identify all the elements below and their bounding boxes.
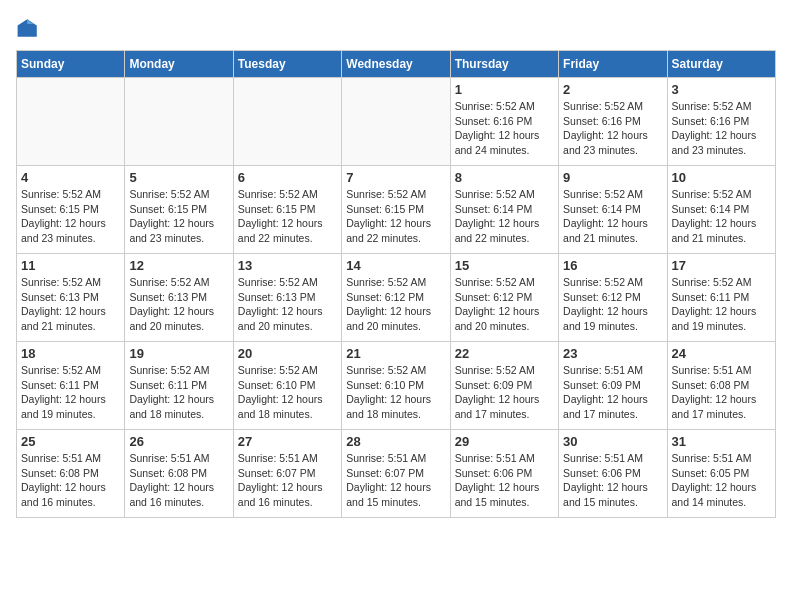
calendar-cell: 6Sunrise: 5:52 AM Sunset: 6:15 PM Daylig… (233, 166, 341, 254)
week-row: 25Sunrise: 5:51 AM Sunset: 6:08 PM Dayli… (17, 430, 776, 518)
calendar-cell: 27Sunrise: 5:51 AM Sunset: 6:07 PM Dayli… (233, 430, 341, 518)
calendar-cell: 19Sunrise: 5:52 AM Sunset: 6:11 PM Dayli… (125, 342, 233, 430)
calendar-cell (233, 78, 341, 166)
day-info: Sunrise: 5:51 AM Sunset: 6:07 PM Dayligh… (238, 451, 337, 510)
day-number: 19 (129, 346, 228, 361)
weekday-header: Monday (125, 51, 233, 78)
day-info: Sunrise: 5:52 AM Sunset: 6:11 PM Dayligh… (21, 363, 120, 422)
day-number: 1 (455, 82, 554, 97)
day-info: Sunrise: 5:52 AM Sunset: 6:11 PM Dayligh… (129, 363, 228, 422)
day-info: Sunrise: 5:52 AM Sunset: 6:13 PM Dayligh… (21, 275, 120, 334)
calendar-cell: 8Sunrise: 5:52 AM Sunset: 6:14 PM Daylig… (450, 166, 558, 254)
logo (16, 16, 44, 40)
calendar-table: SundayMondayTuesdayWednesdayThursdayFrid… (16, 50, 776, 518)
weekday-header: Tuesday (233, 51, 341, 78)
day-info: Sunrise: 5:52 AM Sunset: 6:12 PM Dayligh… (563, 275, 662, 334)
weekday-header: Sunday (17, 51, 125, 78)
day-info: Sunrise: 5:51 AM Sunset: 6:08 PM Dayligh… (21, 451, 120, 510)
calendar-cell (342, 78, 450, 166)
day-number: 23 (563, 346, 662, 361)
day-number: 31 (672, 434, 771, 449)
weekday-header: Friday (559, 51, 667, 78)
day-info: Sunrise: 5:52 AM Sunset: 6:15 PM Dayligh… (129, 187, 228, 246)
calendar-cell: 14Sunrise: 5:52 AM Sunset: 6:12 PM Dayli… (342, 254, 450, 342)
day-number: 17 (672, 258, 771, 273)
calendar-cell: 17Sunrise: 5:52 AM Sunset: 6:11 PM Dayli… (667, 254, 775, 342)
calendar-cell: 10Sunrise: 5:52 AM Sunset: 6:14 PM Dayli… (667, 166, 775, 254)
calendar-cell: 12Sunrise: 5:52 AM Sunset: 6:13 PM Dayli… (125, 254, 233, 342)
day-number: 8 (455, 170, 554, 185)
day-number: 4 (21, 170, 120, 185)
calendar-cell: 22Sunrise: 5:52 AM Sunset: 6:09 PM Dayli… (450, 342, 558, 430)
calendar-cell: 4Sunrise: 5:52 AM Sunset: 6:15 PM Daylig… (17, 166, 125, 254)
calendar-cell: 1Sunrise: 5:52 AM Sunset: 6:16 PM Daylig… (450, 78, 558, 166)
day-info: Sunrise: 5:51 AM Sunset: 6:06 PM Dayligh… (563, 451, 662, 510)
week-row: 1Sunrise: 5:52 AM Sunset: 6:16 PM Daylig… (17, 78, 776, 166)
calendar-cell: 7Sunrise: 5:52 AM Sunset: 6:15 PM Daylig… (342, 166, 450, 254)
day-info: Sunrise: 5:52 AM Sunset: 6:12 PM Dayligh… (346, 275, 445, 334)
calendar-cell: 16Sunrise: 5:52 AM Sunset: 6:12 PM Dayli… (559, 254, 667, 342)
calendar-cell: 18Sunrise: 5:52 AM Sunset: 6:11 PM Dayli… (17, 342, 125, 430)
calendar-cell: 5Sunrise: 5:52 AM Sunset: 6:15 PM Daylig… (125, 166, 233, 254)
day-info: Sunrise: 5:52 AM Sunset: 6:13 PM Dayligh… (238, 275, 337, 334)
week-row: 4Sunrise: 5:52 AM Sunset: 6:15 PM Daylig… (17, 166, 776, 254)
calendar-cell: 20Sunrise: 5:52 AM Sunset: 6:10 PM Dayli… (233, 342, 341, 430)
calendar-cell: 2Sunrise: 5:52 AM Sunset: 6:16 PM Daylig… (559, 78, 667, 166)
day-info: Sunrise: 5:51 AM Sunset: 6:09 PM Dayligh… (563, 363, 662, 422)
calendar-cell: 29Sunrise: 5:51 AM Sunset: 6:06 PM Dayli… (450, 430, 558, 518)
svg-marker-1 (27, 19, 33, 24)
weekday-header: Wednesday (342, 51, 450, 78)
day-number: 16 (563, 258, 662, 273)
day-info: Sunrise: 5:52 AM Sunset: 6:11 PM Dayligh… (672, 275, 771, 334)
day-number: 13 (238, 258, 337, 273)
calendar-cell: 28Sunrise: 5:51 AM Sunset: 6:07 PM Dayli… (342, 430, 450, 518)
week-row: 11Sunrise: 5:52 AM Sunset: 6:13 PM Dayli… (17, 254, 776, 342)
day-number: 28 (346, 434, 445, 449)
day-number: 24 (672, 346, 771, 361)
day-info: Sunrise: 5:52 AM Sunset: 6:15 PM Dayligh… (238, 187, 337, 246)
day-number: 10 (672, 170, 771, 185)
calendar-cell (17, 78, 125, 166)
day-number: 21 (346, 346, 445, 361)
page-header (16, 16, 776, 40)
day-info: Sunrise: 5:52 AM Sunset: 6:12 PM Dayligh… (455, 275, 554, 334)
day-info: Sunrise: 5:52 AM Sunset: 6:16 PM Dayligh… (563, 99, 662, 158)
calendar-cell: 30Sunrise: 5:51 AM Sunset: 6:06 PM Dayli… (559, 430, 667, 518)
day-info: Sunrise: 5:51 AM Sunset: 6:08 PM Dayligh… (129, 451, 228, 510)
day-number: 27 (238, 434, 337, 449)
logo-icon (16, 16, 40, 40)
day-number: 14 (346, 258, 445, 273)
day-info: Sunrise: 5:52 AM Sunset: 6:14 PM Dayligh… (563, 187, 662, 246)
day-info: Sunrise: 5:52 AM Sunset: 6:10 PM Dayligh… (346, 363, 445, 422)
day-number: 2 (563, 82, 662, 97)
day-info: Sunrise: 5:51 AM Sunset: 6:05 PM Dayligh… (672, 451, 771, 510)
day-number: 25 (21, 434, 120, 449)
day-info: Sunrise: 5:52 AM Sunset: 6:14 PM Dayligh… (672, 187, 771, 246)
day-number: 9 (563, 170, 662, 185)
calendar-cell: 31Sunrise: 5:51 AM Sunset: 6:05 PM Dayli… (667, 430, 775, 518)
weekday-header: Thursday (450, 51, 558, 78)
day-number: 20 (238, 346, 337, 361)
day-info: Sunrise: 5:52 AM Sunset: 6:15 PM Dayligh… (346, 187, 445, 246)
day-info: Sunrise: 5:51 AM Sunset: 6:06 PM Dayligh… (455, 451, 554, 510)
calendar-cell: 26Sunrise: 5:51 AM Sunset: 6:08 PM Dayli… (125, 430, 233, 518)
day-info: Sunrise: 5:52 AM Sunset: 6:16 PM Dayligh… (455, 99, 554, 158)
calendar-cell: 3Sunrise: 5:52 AM Sunset: 6:16 PM Daylig… (667, 78, 775, 166)
weekday-header: Saturday (667, 51, 775, 78)
day-number: 15 (455, 258, 554, 273)
day-info: Sunrise: 5:52 AM Sunset: 6:16 PM Dayligh… (672, 99, 771, 158)
calendar-cell: 23Sunrise: 5:51 AM Sunset: 6:09 PM Dayli… (559, 342, 667, 430)
calendar-cell: 24Sunrise: 5:51 AM Sunset: 6:08 PM Dayli… (667, 342, 775, 430)
calendar-cell: 11Sunrise: 5:52 AM Sunset: 6:13 PM Dayli… (17, 254, 125, 342)
day-info: Sunrise: 5:52 AM Sunset: 6:14 PM Dayligh… (455, 187, 554, 246)
day-info: Sunrise: 5:51 AM Sunset: 6:08 PM Dayligh… (672, 363, 771, 422)
day-info: Sunrise: 5:52 AM Sunset: 6:10 PM Dayligh… (238, 363, 337, 422)
calendar-cell: 25Sunrise: 5:51 AM Sunset: 6:08 PM Dayli… (17, 430, 125, 518)
calendar-cell: 21Sunrise: 5:52 AM Sunset: 6:10 PM Dayli… (342, 342, 450, 430)
calendar-cell: 15Sunrise: 5:52 AM Sunset: 6:12 PM Dayli… (450, 254, 558, 342)
day-number: 29 (455, 434, 554, 449)
day-number: 22 (455, 346, 554, 361)
day-info: Sunrise: 5:52 AM Sunset: 6:13 PM Dayligh… (129, 275, 228, 334)
calendar-cell (125, 78, 233, 166)
calendar-cell: 9Sunrise: 5:52 AM Sunset: 6:14 PM Daylig… (559, 166, 667, 254)
